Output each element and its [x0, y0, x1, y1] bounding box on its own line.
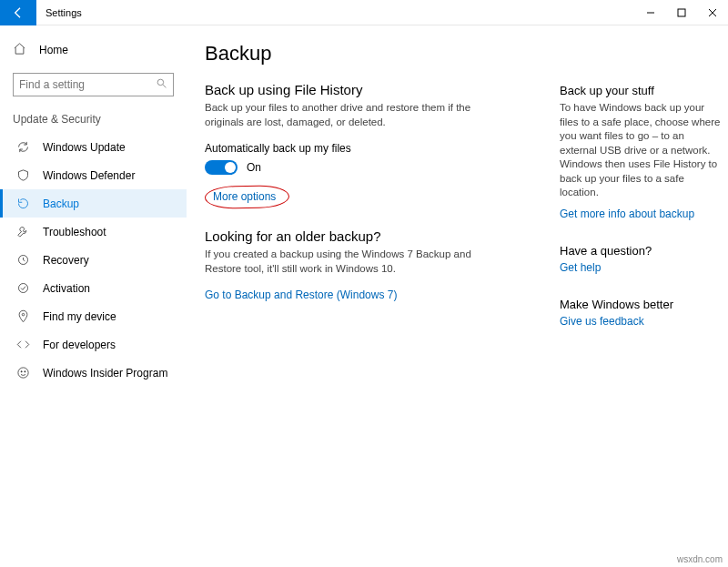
- aside-stuff-title: Back up your stuff: [560, 84, 723, 97]
- maximize-button[interactable]: [666, 0, 697, 25]
- content-area: Home Update & Security Windows Update Wi…: [0, 25, 728, 567]
- arrow-left-icon: [11, 5, 25, 20]
- nav-windows-update[interactable]: Windows Update: [0, 133, 187, 161]
- toggle-state-label: On: [247, 161, 261, 174]
- close-icon: [708, 8, 717, 17]
- nav-activation[interactable]: Activation: [0, 274, 187, 302]
- location-icon: [15, 309, 30, 323]
- sync-icon: [15, 140, 30, 154]
- svg-point-8: [22, 313, 25, 316]
- shield-icon: [15, 168, 30, 182]
- svg-line-5: [163, 85, 166, 87]
- nav-for-developers[interactable]: For developers: [0, 330, 187, 359]
- category-label: Update & Security: [0, 113, 187, 133]
- aside-feedback-link[interactable]: Give us feedback: [560, 315, 723, 328]
- home-button[interactable]: Home: [0, 38, 187, 73]
- nav-label: Troubleshoot: [43, 226, 106, 238]
- nav-label: Activation: [43, 282, 90, 295]
- backup-icon: [15, 197, 30, 210]
- nav-label: Windows Insider Program: [43, 367, 167, 380]
- svg-point-11: [24, 371, 25, 372]
- search-icon: [156, 77, 167, 92]
- window-title: Settings: [36, 7, 82, 18]
- older-backup-desc: If you created a backup using the Window…: [205, 248, 510, 276]
- search-input[interactable]: [19, 78, 156, 91]
- nav-windows-defender[interactable]: Windows Defender: [0, 161, 187, 189]
- nav-backup[interactable]: Backup: [0, 189, 187, 218]
- nav-label: Windows Update: [43, 141, 126, 154]
- aside-question-title: Have a question?: [560, 244, 723, 258]
- aside-column: Back up your stuff To have Windows back …: [560, 42, 723, 567]
- svg-point-4: [157, 79, 164, 86]
- aside-question-link[interactable]: Get help: [560, 261, 723, 274]
- aside-feedback-title: Make Windows better: [560, 298, 723, 311]
- nav-label: Windows Defender: [43, 169, 135, 182]
- titlebar: Settings: [0, 0, 728, 25]
- center-column: Backup Back up using File History Back u…: [205, 42, 510, 567]
- home-label: Home: [39, 44, 68, 56]
- back-button[interactable]: [0, 0, 36, 25]
- aside-stuff-link[interactable]: Get more info about backup: [560, 208, 723, 220]
- nav-label: Find my device: [43, 310, 116, 323]
- developers-icon: [15, 338, 30, 351]
- file-history-title: Back up using File History: [205, 82, 510, 97]
- page-heading: Backup: [205, 42, 510, 66]
- window-controls: [635, 0, 728, 25]
- nav-insider[interactable]: Windows Insider Program: [0, 359, 187, 387]
- minimize-button[interactable]: [635, 0, 666, 25]
- file-history-desc: Back up your files to another drive and …: [205, 101, 510, 129]
- nav-recovery[interactable]: Recovery: [0, 246, 187, 274]
- insider-icon: [15, 366, 30, 380]
- more-options-annotation: More options: [205, 185, 290, 209]
- nav-label: Recovery: [43, 254, 89, 267]
- recovery-icon: [15, 253, 30, 267]
- toggle-knob: [225, 162, 236, 173]
- aside-stuff-desc: To have Windows back up your files to a …: [560, 101, 723, 200]
- search-box[interactable]: [13, 73, 174, 96]
- minimize-icon: [646, 8, 655, 17]
- watermark: wsxdn.com: [677, 554, 723, 564]
- home-icon: [13, 42, 26, 58]
- auto-backup-toggle[interactable]: [205, 160, 238, 175]
- maximize-icon: [677, 8, 686, 17]
- wrench-icon: [15, 225, 30, 238]
- nav-label: Backup: [43, 197, 79, 210]
- svg-rect-1: [678, 9, 685, 16]
- older-backup-link[interactable]: Go to Backup and Restore (Windows 7): [205, 289, 510, 301]
- sidebar: Home Update & Security Windows Update Wi…: [0, 25, 187, 567]
- auto-backup-label: Automatically back up my files: [205, 142, 510, 155]
- close-button[interactable]: [697, 0, 728, 25]
- nav-find-my-device[interactable]: Find my device: [0, 302, 187, 330]
- more-options-link[interactable]: More options: [213, 190, 276, 203]
- main-panel: Backup Back up using File History Back u…: [187, 25, 728, 567]
- activation-icon: [15, 281, 30, 295]
- older-backup-title: Looking for an older backup?: [205, 228, 510, 244]
- svg-point-7: [18, 284, 27, 293]
- nav-troubleshoot[interactable]: Troubleshoot: [0, 218, 187, 246]
- svg-point-9: [17, 368, 27, 378]
- nav-label: For developers: [43, 339, 116, 351]
- svg-point-10: [21, 371, 22, 372]
